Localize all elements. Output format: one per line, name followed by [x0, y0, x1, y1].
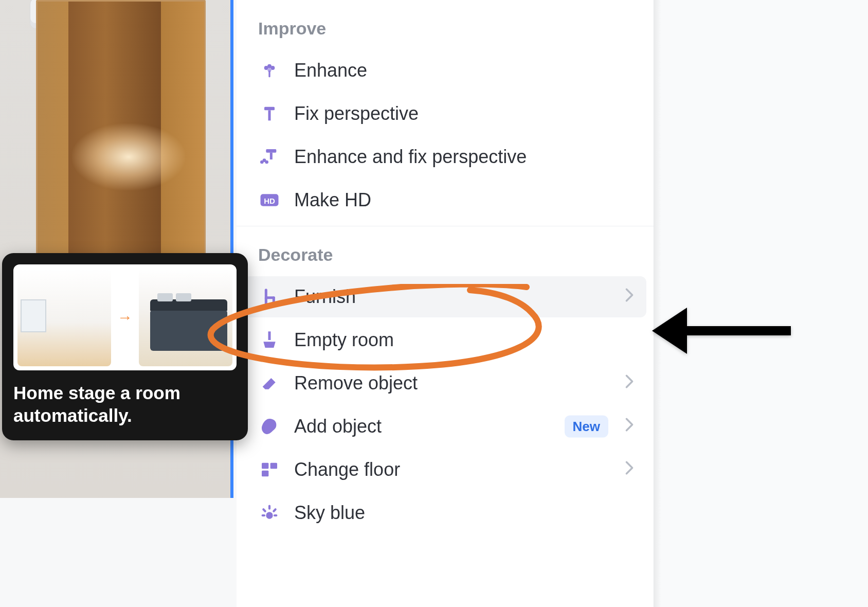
perspective-icon — [258, 102, 281, 125]
menu-empty-room[interactable]: Empty room — [244, 319, 646, 361]
flower-icon — [258, 59, 281, 82]
tooltip-bed-illustration — [150, 310, 227, 351]
menu-fix-perspective-label: Fix perspective — [294, 103, 419, 124]
tooltip-after-thumb — [139, 269, 232, 366]
menu-sky-blue[interactable]: Sky blue — [244, 492, 646, 533]
menu-change-floor[interactable]: Change floor — [244, 449, 646, 490]
svg-point-18 — [266, 512, 273, 519]
svg-rect-4 — [268, 70, 270, 77]
right-gutter — [654, 0, 868, 607]
menu-remove-object-label: Remove object — [294, 372, 418, 394]
svg-point-1 — [264, 66, 268, 70]
menu-enhance[interactable]: Enhance — [244, 50, 646, 91]
svg-rect-16 — [270, 463, 277, 469]
furnish-tooltip: → Home stage a room automatically. — [2, 253, 248, 440]
section-header-decorate: Decorate — [237, 226, 654, 274]
floor-tiles-icon — [258, 458, 281, 481]
blob-icon — [258, 415, 281, 438]
menu-make-hd[interactable]: HD Make HD — [244, 180, 646, 221]
tooltip-before-thumb — [17, 269, 111, 366]
broom-icon — [258, 329, 281, 351]
chevron-right-icon — [625, 461, 634, 479]
sun-icon — [258, 502, 281, 524]
menu-add-object[interactable]: Add object New — [244, 406, 646, 447]
chevron-right-icon — [625, 288, 634, 306]
eraser-icon — [258, 372, 281, 395]
svg-rect-6 — [268, 110, 271, 120]
menu-enhance-fix-label: Enhance and fix perspective — [294, 146, 527, 168]
tooltip-caption: Home stage a room automatically. — [13, 382, 237, 427]
menu-fix-perspective[interactable]: Fix perspective — [244, 93, 646, 134]
svg-rect-5 — [264, 107, 275, 111]
chevron-right-icon — [625, 374, 634, 392]
menu-empty-room-label: Empty room — [294, 329, 394, 351]
svg-rect-7 — [266, 149, 276, 153]
menu-add-object-label: Add object — [294, 416, 382, 437]
svg-rect-17 — [262, 471, 268, 477]
arrow-right-icon: → — [116, 309, 134, 326]
chevron-right-icon — [625, 418, 634, 436]
edit-menu-panel: Improve Enhance Fix perspective Enhance … — [237, 0, 654, 607]
menu-furnish-label: Furnish — [294, 286, 356, 308]
menu-enhance-fix[interactable]: Enhance and fix perspective — [244, 136, 646, 177]
menu-remove-object[interactable]: Remove object — [244, 363, 646, 404]
svg-text:HD: HD — [264, 197, 275, 205]
menu-sky-blue-label: Sky blue — [294, 502, 365, 524]
menu-enhance-label: Enhance — [294, 60, 367, 81]
section-header-improve: Improve — [237, 0, 654, 48]
enhance-perspective-icon — [258, 146, 281, 168]
svg-rect-8 — [270, 153, 273, 159]
menu-furnish[interactable]: Furnish — [244, 276, 646, 317]
svg-point-10 — [260, 160, 264, 164]
svg-point-2 — [270, 66, 275, 70]
new-badge: New — [565, 416, 608, 438]
tooltip-before-after: → — [13, 264, 237, 370]
chair-icon — [258, 285, 281, 308]
svg-rect-14 — [268, 331, 271, 340]
svg-rect-15 — [262, 463, 268, 469]
menu-make-hd-label: Make HD — [294, 189, 371, 211]
hd-icon: HD — [258, 189, 281, 211]
svg-point-11 — [265, 160, 268, 164]
menu-change-floor-label: Change floor — [294, 459, 400, 480]
app-stage: → Home stage a room automatically. Impro… — [0, 0, 868, 607]
